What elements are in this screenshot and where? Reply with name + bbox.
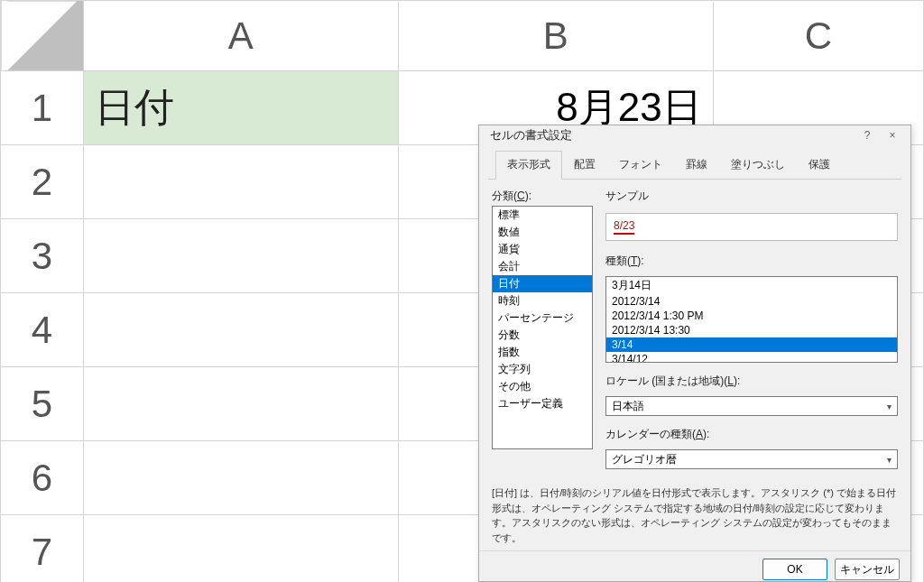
category-listbox[interactable]: 標準数値通貨会計日付時刻パーセンテージ分数指数文字列その他ユーザー定義 xyxy=(492,206,593,449)
col-header-b[interactable]: B xyxy=(398,1,713,71)
tab-number[interactable]: 表示形式 xyxy=(495,151,562,180)
row-header-5[interactable]: 5 xyxy=(1,367,84,441)
category-item[interactable]: 通貨 xyxy=(493,241,592,258)
cell-a1[interactable]: 日付 xyxy=(83,71,398,145)
col-header-a[interactable]: A xyxy=(83,1,398,71)
category-item[interactable]: 分数 xyxy=(493,327,592,344)
tab-border[interactable]: 罫線 xyxy=(674,151,719,179)
tab-font[interactable]: フォント xyxy=(607,151,674,179)
cell-a7[interactable] xyxy=(83,515,398,583)
dialog-tabs: 表示形式 配置 フォント 罫線 塗りつぶし 保護 xyxy=(488,145,901,180)
chevron-down-icon: ▾ xyxy=(887,402,892,411)
type-listbox[interactable]: 3月14日2012/3/142012/3/14 1:30 PM2012/3/14… xyxy=(605,276,898,363)
cell-a4[interactable] xyxy=(83,293,398,367)
ok-button[interactable]: OK xyxy=(762,559,827,580)
cell-a3[interactable] xyxy=(83,219,398,293)
category-item[interactable]: 日付 xyxy=(493,275,592,292)
calendar-combo[interactable]: グレゴリオ暦 ▾ xyxy=(605,449,898,469)
chevron-down-icon: ▾ xyxy=(887,455,892,465)
col-header-c[interactable]: C xyxy=(713,1,923,71)
dialog-footer: OK キャンセル xyxy=(479,550,910,582)
locale-value: 日本語 xyxy=(612,399,644,414)
format-cells-dialog: セルの書式設定 ? × 表示形式 配置 フォント 罫線 塗りつぶし 保護 分類(… xyxy=(478,125,911,582)
sample-label: サンプル xyxy=(605,189,898,204)
type-item[interactable]: 3月14日 xyxy=(606,277,897,294)
category-item[interactable]: 数値 xyxy=(493,224,592,241)
help-button[interactable]: ? xyxy=(855,125,880,145)
category-item[interactable]: パーセンテージ xyxy=(493,309,592,327)
cell-a6[interactable] xyxy=(83,441,398,515)
calendar-label: カレンダーの種類(A): xyxy=(605,427,898,442)
dialog-title: セルの書式設定 xyxy=(490,127,855,143)
select-all-corner[interactable] xyxy=(1,1,84,71)
category-item[interactable]: ユーザー定義 xyxy=(493,395,592,412)
category-item[interactable]: 文字列 xyxy=(493,361,592,378)
row-header-1[interactable]: 1 xyxy=(1,71,84,145)
close-button[interactable]: × xyxy=(880,125,905,145)
type-item[interactable]: 2012/3/14 xyxy=(606,294,897,309)
row-header-7[interactable]: 7 xyxy=(1,515,84,583)
row-header-3[interactable]: 3 xyxy=(1,219,84,293)
tab-alignment[interactable]: 配置 xyxy=(562,151,607,179)
sample-box: 8/23 xyxy=(605,213,898,241)
tab-protection[interactable]: 保護 xyxy=(797,151,842,179)
dialog-titlebar[interactable]: セルの書式設定 ? × xyxy=(479,125,910,145)
category-label: 分類(C): xyxy=(492,189,593,204)
category-item[interactable]: 会計 xyxy=(493,258,592,275)
description-text: [日付] は、日付/時刻のシリアル値を日付形式で表示します。アスタリスク (*)… xyxy=(492,485,898,545)
locale-label: ロケール (国または地域)(L): xyxy=(605,374,898,389)
calendar-value: グレゴリオ暦 xyxy=(612,452,677,467)
row-header-4[interactable]: 4 xyxy=(1,293,84,367)
category-item[interactable]: 時刻 xyxy=(493,292,592,309)
row-header-6[interactable]: 6 xyxy=(1,441,84,515)
type-item[interactable]: 3/14/12 xyxy=(606,352,897,363)
type-label: 種類(T): xyxy=(605,254,898,269)
dialog-body: 分類(C): 標準数値通貨会計日付時刻パーセンテージ分数指数文字列その他ユーザー… xyxy=(479,180,910,550)
type-item[interactable]: 2012/3/14 1:30 PM xyxy=(606,309,897,323)
category-item[interactable]: 標準 xyxy=(493,207,592,224)
category-item[interactable]: その他 xyxy=(493,378,592,395)
type-item[interactable]: 2012/3/14 13:30 xyxy=(606,323,897,337)
cell-a2[interactable] xyxy=(83,145,398,219)
type-item[interactable]: 3/14 xyxy=(606,337,897,352)
locale-combo[interactable]: 日本語 ▾ xyxy=(605,396,898,416)
row-header-2[interactable]: 2 xyxy=(1,145,84,219)
tab-fill[interactable]: 塗りつぶし xyxy=(719,151,797,179)
cancel-button[interactable]: キャンセル xyxy=(835,559,900,580)
sample-value: 8/23 xyxy=(614,219,634,235)
cell-a5[interactable] xyxy=(83,367,398,441)
category-item[interactable]: 指数 xyxy=(493,344,592,361)
